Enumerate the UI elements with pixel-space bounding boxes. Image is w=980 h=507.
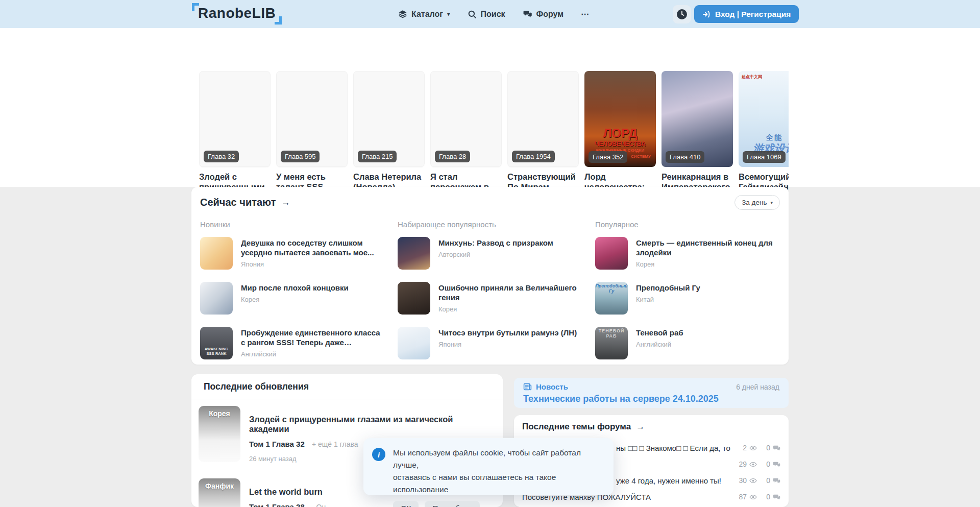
chapter-label[interactable]: Том 1 Глава 32 <box>249 440 305 448</box>
chapter-badge: Глава 215 <box>358 151 397 162</box>
login-button[interactable]: Вход | Регистрация <box>694 5 799 23</box>
column-rising: Набирающее популярность Минхунь: Развод … <box>398 220 582 372</box>
chapter-badge: Глава 28 <box>435 151 470 162</box>
now-reading-section: Сейчас читают → За день ▾ Новинки Девушк… <box>191 187 789 365</box>
views-count: 30 <box>739 476 747 485</box>
book-cover: Глава 28 <box>430 71 502 167</box>
site-logo[interactable]: RanobeLIB <box>198 5 276 21</box>
book-country: Корея <box>636 260 780 268</box>
now-reading-title-link[interactable]: Сейчас читают → <box>200 197 290 208</box>
logo-bracket-icon <box>275 16 282 25</box>
views-count: 2 <box>743 444 747 452</box>
carousel-card[interactable]: 起点中文网 全能 游戏设计 Глава 1069 Всемогущий Гейм… <box>739 71 789 205</box>
book-country: Япония <box>438 341 577 348</box>
news-banner[interactable]: Новость 6 дней назад Технические работы … <box>514 378 789 408</box>
eye-icon <box>749 461 757 468</box>
book-title: Мир после плохой концовки <box>241 283 349 293</box>
cover-art-text: 起点中文网 <box>742 74 762 80</box>
list-item[interactable]: Мир после плохой концовки Корея <box>200 282 385 315</box>
book-thumbnail: ТЕНЕВОЙ РАБ <box>595 327 628 359</box>
chevron-down-icon: ▾ <box>447 11 450 17</box>
carousel-card[interactable]: Глава 410 Реинкарнация в Императорского.… <box>662 71 733 205</box>
forum-title-link[interactable]: Последние темы форума → <box>522 422 780 432</box>
chapter-badge: Глава 1954 <box>512 151 555 162</box>
comments-icon <box>773 444 780 452</box>
comments-count: 0 <box>766 444 770 452</box>
book-title: Злодей с прищуренными глазами из магичес… <box>249 415 491 434</box>
list-item[interactable]: Преподобный Гу Преподобный Гу Китай <box>595 282 780 315</box>
list-item[interactable]: Читосэ внутри бутылки рамунэ (ЛН) Япония <box>398 327 582 359</box>
nav-forum-label: Форум <box>536 10 564 19</box>
views-count: 29 <box>739 460 747 468</box>
book-cover: Глава 215 <box>353 71 425 167</box>
book-thumbnail <box>398 282 430 315</box>
comments-icon <box>773 493 780 501</box>
history-button[interactable] <box>673 5 691 23</box>
carousel-card[interactable]: Глава 595 У меня есть талант SSS-ранга в… <box>276 71 348 205</box>
list-item[interactable]: Девушка по соседству слишком усердно пыт… <box>200 237 385 270</box>
book-title: Ошибочно приняли за Величайшего гения <box>438 283 582 302</box>
period-dropdown[interactable]: За день ▾ <box>734 195 780 210</box>
eye-icon <box>749 477 757 485</box>
list-item[interactable]: ТЕНЕВОЙ РАБ Теневой раб Английский <box>595 327 780 359</box>
column-header: Новинки <box>200 220 385 229</box>
list-item[interactable]: Ошибочно приняли за Величайшего гения Ко… <box>398 282 582 315</box>
book-thumbnail <box>200 237 233 270</box>
book-thumbnail: Преподобный Гу <box>595 282 628 315</box>
carousel-card[interactable]: ЛОРД ЧЕЛОВЕЧЕСТВА ЕЖЕДНЕВНЫЕ СКИДКИ СИСТ… <box>584 71 656 205</box>
book-cover: Корея <box>199 406 240 462</box>
section-title: Последние обновления <box>191 374 503 399</box>
list-item[interactable]: AWAKENING SSS-RANK Пробуждение единствен… <box>200 327 385 359</box>
chapter-badge: Глава 595 <box>281 151 320 162</box>
comments-icon <box>773 477 780 485</box>
cookie-text-line2: оставаясь с нами вы соглашаетесь на тако… <box>393 473 556 494</box>
layers-icon <box>398 10 407 19</box>
cover-art-text: СИСТЕМУ <box>631 154 651 159</box>
news-label: Новость <box>536 382 568 391</box>
more-dots-icon: ⋯ <box>581 9 589 19</box>
chevron-down-icon: ▾ <box>770 200 773 205</box>
carousel-card[interactable]: Глава 215 Слава Нетерила (Новелла) Китай <box>353 71 425 205</box>
nav-forum[interactable]: Форум <box>523 10 564 19</box>
book-thumbnail <box>200 282 233 315</box>
sign-in-icon <box>702 10 710 18</box>
chapter-badge: Глава 352 <box>589 151 627 163</box>
chapter-label[interactable]: Том 1 Глава 28 <box>249 502 305 507</box>
list-item[interactable]: Смерть — единственный конец для злодейки… <box>595 237 780 270</box>
nav-search[interactable]: Поиск <box>468 10 505 19</box>
search-icon <box>468 10 477 19</box>
cookie-consent-banner: i Мы используем файлы cookie, чтобы сайт… <box>363 438 614 495</box>
country-badge: Корея <box>199 409 240 418</box>
logo-text: RanobeLIB <box>198 5 276 21</box>
carousel-card[interactable]: Глава 1954 Странствующий По Мирам... Кит… <box>507 71 579 205</box>
book-cover: ЛОРД ЧЕЛОВЕЧЕСТВА ЕЖЕДНЕВНЫЕ СКИДКИ СИСТ… <box>584 71 656 167</box>
nav-more[interactable]: ⋯ <box>581 9 589 19</box>
nav-search-label: Поиск <box>481 10 505 19</box>
arrow-right-icon: → <box>281 197 290 208</box>
book-country: Английский <box>636 341 683 348</box>
comments-icon <box>773 461 780 468</box>
news-title-link[interactable]: Технические работы на сервере 24.10.2025 <box>523 394 779 404</box>
book-title: Девушка по соседству слишком усердно пыт… <box>241 238 385 257</box>
column-header: Набирающее популярность <box>398 220 582 229</box>
section-title: Последние темы форума <box>522 422 631 432</box>
book-cover: Фанфик <box>199 478 240 507</box>
book-cover: Глава 1954 <box>507 71 579 167</box>
eye-icon <box>749 493 757 501</box>
cookie-ok-button[interactable]: ОК <box>393 501 419 507</box>
chapter-badge: Глава 410 <box>666 151 704 163</box>
main-nav: Каталог ▾ Поиск Форум ⋯ <box>398 0 589 28</box>
cookie-text-line1: Мы используем файлы cookie, чтобы сайт р… <box>393 448 581 469</box>
nav-catalog-label: Каталог <box>411 10 443 19</box>
cookie-details-button[interactable]: Подробнее <box>425 501 480 507</box>
carousel-card[interactable]: Глава 32 Злодей с прищуренными... Корея <box>199 71 271 205</box>
arrow-right-icon: → <box>636 422 645 432</box>
cover-art-text: ЛОРД <box>584 126 656 140</box>
comments-count: 0 <box>766 476 770 485</box>
book-thumbnail <box>398 327 430 359</box>
book-title: Смерть — единственный конец для злодейки <box>636 238 780 257</box>
list-item[interactable]: Минхунь: Развод с призраком Авторский <box>398 237 582 270</box>
nav-catalog[interactable]: Каталог ▾ <box>398 10 450 19</box>
carousel-card[interactable]: Глава 28 Я стал персонажем в... Корея <box>430 71 502 205</box>
section-title: Сейчас читают <box>200 197 276 208</box>
